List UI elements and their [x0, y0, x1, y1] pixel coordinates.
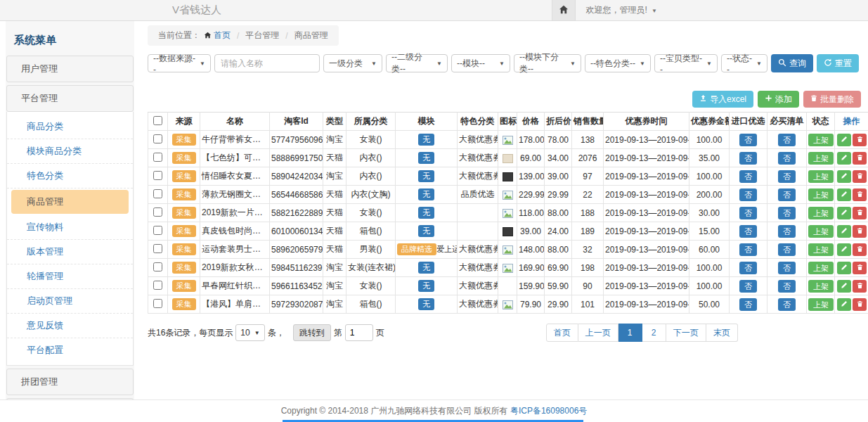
add-button[interactable]: 添加: [758, 91, 799, 108]
import-select-toggle[interactable]: 否: [739, 243, 757, 256]
edit-button[interactable]: [837, 152, 851, 165]
must-buy-toggle[interactable]: 否: [778, 170, 796, 183]
page-button-下一页[interactable]: 下一页: [666, 324, 706, 342]
edit-button[interactable]: [837, 225, 851, 238]
sidebar-item-版本管理[interactable]: 版本管理: [7, 240, 133, 264]
delete-button[interactable]: [853, 134, 867, 146]
must-buy-toggle[interactable]: 否: [778, 188, 796, 201]
import-select-toggle[interactable]: 否: [739, 280, 757, 293]
edit-button[interactable]: [837, 280, 851, 293]
page-button-首页[interactable]: 首页: [546, 324, 578, 342]
must-buy-toggle[interactable]: 否: [778, 298, 796, 311]
filter-select-module-sub[interactable]: --模块下分类--▼: [514, 54, 581, 72]
edit-button[interactable]: [837, 298, 851, 311]
filter-select-feature-category[interactable]: --特色分类--▼: [585, 54, 651, 72]
user-menu[interactable]: 欢迎您，管理员! ▼: [585, 4, 657, 16]
import-excel-button[interactable]: 导入excel: [692, 91, 753, 108]
import-select-toggle[interactable]: 否: [739, 152, 757, 165]
page-button-2[interactable]: 2: [642, 324, 666, 342]
must-buy-toggle[interactable]: 否: [778, 280, 796, 293]
delete-button[interactable]: [853, 152, 867, 165]
icp-link[interactable]: 粤ICP备16098006号: [510, 405, 587, 417]
sidebar-item-意见反馈[interactable]: 意见反馈: [7, 314, 133, 338]
delete-button[interactable]: [853, 170, 867, 183]
row-checkbox[interactable]: [153, 134, 162, 143]
delete-button[interactable]: [853, 243, 867, 256]
sidebar-item-宣传物料[interactable]: 宣传物料: [7, 215, 133, 240]
must-buy-toggle[interactable]: 否: [778, 225, 796, 238]
import-select-toggle[interactable]: 否: [739, 170, 757, 183]
page-button-末页[interactable]: 末页: [706, 324, 738, 342]
import-select-toggle[interactable]: 否: [739, 225, 757, 238]
filter-select-status[interactable]: --状态--▼: [721, 54, 767, 72]
select-all-checkbox[interactable]: [153, 116, 162, 125]
import-select-toggle[interactable]: 否: [739, 188, 757, 201]
row-checkbox[interactable]: [153, 153, 162, 162]
search-button[interactable]: 查询: [771, 54, 813, 72]
sidebar-item-模块商品分类[interactable]: 模块商品分类: [7, 139, 133, 164]
sidebar-group-用户管理[interactable]: 用户管理: [6, 56, 134, 82]
edit-button[interactable]: [837, 262, 851, 274]
per-page-select[interactable]: 10 ▼: [235, 324, 264, 341]
delete-button[interactable]: [853, 262, 867, 274]
edit-button[interactable]: [837, 134, 851, 146]
status-toggle[interactable]: 上架: [808, 188, 834, 201]
delete-button[interactable]: [853, 298, 867, 311]
filter-select-category-level1[interactable]: 一级分类▼: [323, 54, 382, 72]
status-toggle[interactable]: 上架: [808, 280, 834, 293]
row-checkbox[interactable]: [153, 281, 162, 290]
delete-button[interactable]: [853, 280, 867, 293]
filter-select-item-type[interactable]: --宝贝类型--▼: [654, 54, 718, 72]
delete-button[interactable]: [853, 225, 867, 238]
edit-button[interactable]: [837, 170, 851, 183]
must-buy-toggle[interactable]: 否: [778, 262, 796, 274]
row-checkbox[interactable]: [153, 299, 162, 308]
edit-button[interactable]: [837, 207, 851, 219]
status-toggle[interactable]: 上架: [808, 298, 834, 311]
edit-button[interactable]: [837, 188, 851, 201]
status-toggle[interactable]: 上架: [808, 152, 834, 165]
row-checkbox[interactable]: [153, 189, 162, 198]
row-checkbox[interactable]: [153, 244, 162, 253]
import-select-toggle[interactable]: 否: [739, 134, 757, 146]
import-select-toggle[interactable]: 否: [739, 207, 757, 219]
must-buy-toggle[interactable]: 否: [778, 152, 796, 165]
edit-button[interactable]: [837, 243, 851, 256]
status-toggle[interactable]: 上架: [808, 134, 834, 146]
sidebar-item-特色分类[interactable]: 特色分类: [7, 164, 133, 188]
must-buy-toggle[interactable]: 否: [778, 243, 796, 256]
import-select-toggle[interactable]: 否: [739, 262, 757, 274]
name-search-input[interactable]: [214, 54, 320, 72]
sidebar-group-平台管理[interactable]: 平台管理: [6, 85, 134, 112]
reset-button[interactable]: 重置: [817, 54, 859, 72]
row-checkbox[interactable]: [153, 171, 162, 180]
row-checkbox[interactable]: [153, 207, 162, 217]
sidebar-item-商品管理[interactable]: 商品管理: [11, 190, 129, 214]
delete-button[interactable]: [853, 207, 867, 219]
status-toggle[interactable]: 上架: [808, 207, 834, 219]
page-button-上一页[interactable]: 上一页: [578, 324, 618, 342]
sidebar-item-平台配置[interactable]: 平台配置: [7, 338, 133, 362]
page-button-1[interactable]: 1: [618, 324, 642, 342]
sidebar-item-启动页管理[interactable]: 启动页管理: [7, 289, 133, 314]
must-buy-toggle[interactable]: 否: [778, 207, 796, 219]
row-checkbox[interactable]: [153, 226, 162, 235]
breadcrumb-home-link[interactable]: 首页: [204, 30, 231, 41]
home-button[interactable]: [552, 0, 576, 20]
filter-select-module[interactable]: --模块--▼: [451, 54, 510, 72]
status-toggle[interactable]: 上架: [808, 262, 834, 274]
batch-delete-button[interactable]: 批量删除: [803, 91, 861, 108]
delete-button[interactable]: [853, 188, 867, 201]
filter-select-category-level2[interactable]: --二级分类--▼: [386, 54, 448, 72]
row-checkbox[interactable]: [153, 262, 162, 271]
jump-button[interactable]: 跳转到: [293, 324, 331, 341]
filter-select-data-source[interactable]: --数据来源--▼: [148, 54, 211, 72]
page-number-input[interactable]: [345, 324, 373, 341]
sidebar-group-拼团管理[interactable]: 拼团管理: [6, 369, 134, 395]
must-buy-toggle[interactable]: 否: [778, 134, 796, 146]
sidebar-item-轮播管理[interactable]: 轮播管理: [7, 264, 133, 289]
status-toggle[interactable]: 上架: [808, 225, 834, 238]
status-toggle[interactable]: 上架: [808, 243, 834, 256]
sidebar-item-商品分类[interactable]: 商品分类: [7, 115, 133, 139]
import-select-toggle[interactable]: 否: [739, 298, 757, 311]
